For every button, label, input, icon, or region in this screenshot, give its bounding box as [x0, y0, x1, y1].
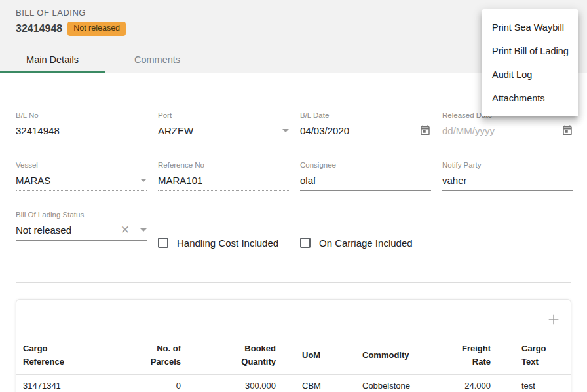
- bl-status-value: Not released: [16, 224, 121, 236]
- field-bl-no[interactable]: B/L No 32414948: [16, 111, 147, 139]
- tab-comments[interactable]: Comments: [105, 46, 210, 73]
- calendar-icon[interactable]: [561, 124, 573, 136]
- chevron-down-icon[interactable]: [282, 129, 289, 132]
- field-label: Bill Of Lading Status: [16, 211, 147, 219]
- context-menu: Print Sea Waybill Print Bill of Lading A…: [482, 9, 578, 116]
- cargo-table-card: Cargo Reference No. of Parcels Booked Qu…: [16, 299, 571, 392]
- notify-party-value: vaher: [442, 175, 573, 186]
- cargo-table-header-row: Cargo Reference No. of Parcels Booked Qu…: [16, 336, 571, 374]
- field-label: Vessel: [16, 161, 147, 169]
- col-header-booked-quantity: Booked Quantity: [181, 336, 276, 374]
- col-header-cargo-reference: Cargo Reference: [16, 336, 115, 374]
- col-header-no-of-parcels: No. of Parcels: [115, 336, 181, 374]
- field-bl-status[interactable]: Bill Of Lading Status Not released ✕: [16, 211, 147, 238]
- cell-cargo-reference: 31471341: [16, 374, 115, 392]
- field-label: B/L No: [16, 111, 147, 120]
- cell-uom: CBM: [276, 374, 341, 392]
- chevron-down-icon[interactable]: [140, 228, 147, 232]
- field-port[interactable]: Port ARZEW: [158, 111, 289, 139]
- clear-icon[interactable]: ✕: [121, 224, 130, 236]
- field-vessel[interactable]: Vessel MARAS: [16, 161, 147, 188]
- checkbox-label: On Carriage Included: [319, 238, 413, 249]
- field-reference-no[interactable]: Reference No MARA101: [158, 161, 289, 188]
- calendar-icon[interactable]: [419, 124, 431, 136]
- cell-no-of-parcels: 0: [115, 374, 181, 392]
- cell-commodity: Cobbelstone: [341, 374, 457, 392]
- col-header-commodity: Commodity: [341, 336, 457, 374]
- cell-freight-rate: 24.000: [457, 374, 493, 392]
- grid-spacer: [442, 211, 573, 260]
- menu-item-audit-log[interactable]: Audit Log: [482, 63, 578, 86]
- checkbox-label: Handling Cost Included: [177, 238, 278, 249]
- checkbox-icon[interactable]: [300, 238, 311, 248]
- section-divider: [16, 282, 571, 283]
- port-value: ARZEW: [158, 125, 278, 136]
- document-header: 32414948 Not released: [16, 22, 126, 36]
- chevron-down-icon[interactable]: [140, 179, 147, 182]
- checkbox-icon[interactable]: [158, 238, 168, 248]
- menu-item-print-bill-of-lading[interactable]: Print Bill of Lading: [482, 39, 578, 63]
- menu-item-attachments[interactable]: Attachments: [482, 86, 578, 110]
- field-notify-party[interactable]: Notify Party vaher: [442, 161, 573, 188]
- tab-main-details[interactable]: Main Details: [0, 46, 105, 73]
- document-number: 32414948: [16, 23, 62, 35]
- vessel-value: MARAS: [16, 175, 136, 186]
- add-cargo-button[interactable]: [546, 312, 561, 327]
- released-date-placeholder: dd/MM/yyyy: [442, 125, 558, 136]
- reference-no-value: MARA101: [158, 175, 289, 186]
- menu-item-print-sea-waybill[interactable]: Print Sea Waybill: [482, 16, 578, 39]
- tab-bar: Main Details Comments: [0, 46, 210, 73]
- col-header-cargo-text: Cargo Text: [493, 336, 571, 374]
- field-label: Reference No: [158, 161, 289, 169]
- consignee-value: olaf: [300, 175, 431, 186]
- field-label: B/L Date: [300, 111, 431, 120]
- cargo-table-row[interactable]: 31471341 0 300.000 CBM Cobbelstone 24.00…: [16, 374, 571, 392]
- field-label: Notify Party: [442, 161, 573, 169]
- col-header-uom: UoM: [276, 336, 341, 374]
- tab-main-details-label: Main Details: [26, 54, 79, 65]
- active-tab-indicator: [0, 71, 105, 73]
- cell-cargo-text: test: [493, 374, 571, 392]
- field-consignee[interactable]: Consignee olaf: [300, 161, 431, 188]
- status-badge: Not released: [67, 22, 126, 36]
- field-label: Port: [158, 111, 289, 120]
- bl-date-value: 04/03/2020: [300, 125, 415, 136]
- bl-no-value: 32414948: [16, 125, 147, 136]
- checkbox-on-carriage-included[interactable]: On Carriage Included: [300, 225, 431, 260]
- cell-booked-quantity: 300.000: [181, 374, 276, 392]
- tab-comments-label: Comments: [134, 54, 180, 65]
- page-title: BILL OF LADING: [16, 8, 86, 18]
- checkbox-handling-cost-included[interactable]: Handling Cost Included: [158, 225, 289, 260]
- field-bl-date[interactable]: B/L Date 04/03/2020: [300, 111, 431, 139]
- cargo-table: Cargo Reference No. of Parcels Booked Qu…: [16, 336, 571, 392]
- field-label: Consignee: [300, 161, 431, 169]
- col-header-freight-rate: Freight Rate: [457, 336, 493, 374]
- plus-icon: [546, 312, 561, 327]
- main-content: B/L No 32414948 Port ARZEW B/L Date 04/0…: [0, 73, 587, 392]
